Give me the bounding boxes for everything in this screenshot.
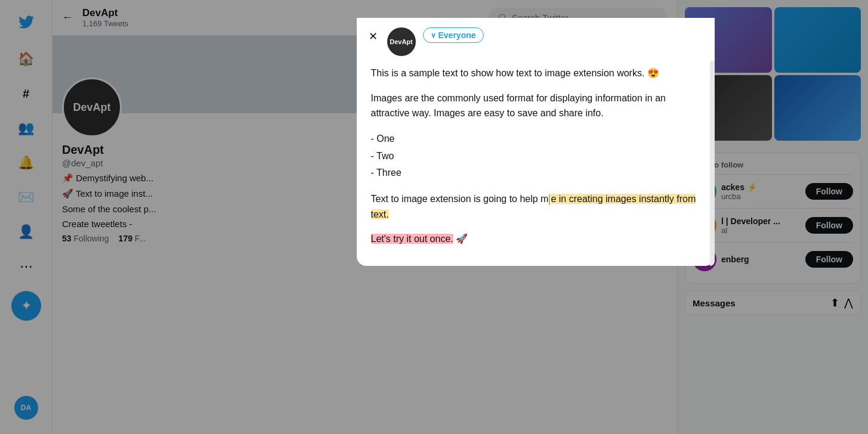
paragraph3-before: Text to image extension is going to help…: [371, 194, 549, 204]
paragraph4-pink: Let's try it out once.: [371, 234, 453, 244]
modal-list: - One - Two - Three: [371, 131, 700, 182]
modal-overlay[interactable]: ✕ DevApt ∨ Everyone This is a sample tex…: [0, 0, 868, 434]
modal-close-button[interactable]: ✕: [366, 27, 380, 45]
audience-chevron-icon: ∨: [431, 31, 436, 39]
modal-paragraph-1: This is a sample text to show how text t…: [371, 66, 700, 81]
modal-list-item-2: - Two: [371, 148, 700, 165]
modal-header: ✕ DevApt ∨ Everyone: [357, 18, 715, 61]
compose-modal: ✕ DevApt ∨ Everyone This is a sample tex…: [357, 18, 715, 266]
modal-body: This is a sample text to show how text t…: [357, 61, 715, 266]
modal-paragraph-3: Text to image extension is going to help…: [371, 191, 700, 222]
audience-selector-button[interactable]: ∨ Everyone: [423, 27, 484, 43]
modal-user-avatar: DevApt: [387, 27, 416, 56]
paragraph4-emoji: 🚀: [453, 234, 468, 244]
modal-paragraph-4: Let's try it out once. 🚀: [371, 231, 700, 247]
audience-label: Everyone: [438, 30, 476, 40]
modal-list-item-3: - Three: [371, 165, 700, 182]
modal-list-item-1: - One: [371, 131, 700, 148]
modal-paragraph-2: Images are the commonly used format for …: [371, 91, 700, 121]
paragraph3-highlight: e in creating images: [551, 194, 639, 204]
